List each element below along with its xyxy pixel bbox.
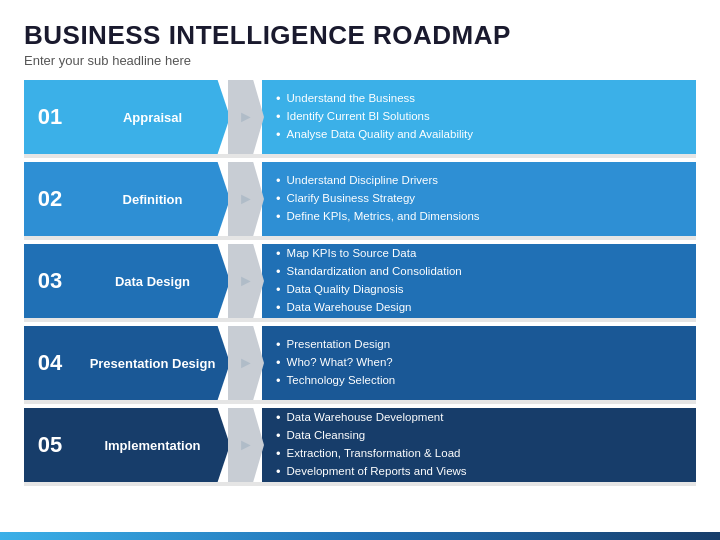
row-content-1: Understand the BusinessIdentify Current … [262, 80, 696, 154]
row-arrow-1: ► [228, 80, 264, 154]
arrow-icon: ► [238, 354, 254, 372]
sub-headline: Enter your sub headline here [24, 53, 696, 68]
row-number-5: 05 [24, 408, 76, 482]
row-wrapper-1: 01Appraisal►Understand the BusinessIdent… [24, 80, 696, 158]
row-label-wrap-3: Data Design [75, 244, 230, 318]
arrow-icon: ► [238, 190, 254, 208]
row-label-wrap-5: Implementation [75, 408, 230, 482]
roadmap-row-4: 04Presentation Design►Presentation Desig… [24, 326, 696, 400]
roadmap-row-1: 01Appraisal►Understand the BusinessIdent… [24, 80, 696, 154]
row-number-4: 04 [24, 326, 76, 400]
content-item-2-1: Understand Discipline Drivers [276, 172, 480, 190]
roadmap-row-5: 05Implementation►Data Warehouse Developm… [24, 408, 696, 482]
roadmap-row-3: 03Data Design►Map KPIs to Source DataSta… [24, 244, 696, 318]
row-number-3: 03 [24, 244, 76, 318]
content-item-2-3: Define KPIs, Metrics, and Dimensions [276, 208, 480, 226]
row-arrow-5: ► [228, 408, 264, 482]
row-label-wrap-4: Presentation Design [75, 326, 230, 400]
content-item-3-1: Map KPIs to Source Data [276, 245, 462, 263]
row-wrapper-5: 05Implementation►Data Warehouse Developm… [24, 408, 696, 486]
row-content-3: Map KPIs to Source DataStandardization a… [262, 244, 696, 318]
content-item-4-1: Presentation Design [276, 336, 395, 354]
content-item-4-2: Who? What? When? [276, 354, 395, 372]
row-content-4: Presentation DesignWho? What? When?Techn… [262, 326, 696, 400]
row-arrow-3: ► [228, 244, 264, 318]
row-content-2: Understand Discipline DriversClarify Bus… [262, 162, 696, 236]
slide: BUSINESS INTELLIGENCE ROADMAP Enter your… [0, 0, 720, 540]
row-wrapper-4: 04Presentation Design►Presentation Desig… [24, 326, 696, 404]
row-label-1: Appraisal [75, 80, 230, 154]
row-number-2: 02 [24, 162, 76, 236]
row-label-wrap-2: Definition [75, 162, 230, 236]
content-item-3-2: Standardization and Consolidation [276, 263, 462, 281]
row-wrapper-3: 03Data Design►Map KPIs to Source DataSta… [24, 244, 696, 322]
row-arrow-2: ► [228, 162, 264, 236]
row-arrow-4: ► [228, 326, 264, 400]
row-label-wrap-1: Appraisal [75, 80, 230, 154]
content-item-5-1: Data Warehouse Development [276, 409, 467, 427]
bottom-bar [0, 532, 720, 540]
content-item-1-3: Analyse Data Quality and Availability [276, 126, 473, 144]
content-item-1-1: Understand the Business [276, 90, 473, 108]
main-title: BUSINESS INTELLIGENCE ROADMAP [24, 20, 696, 51]
content-item-1-2: Identify Current BI Solutions [276, 108, 473, 126]
content-item-5-3: Extraction, Transformation & Load [276, 445, 467, 463]
content-item-3-3: Data Quality Diagnosis [276, 281, 462, 299]
row-label-3: Data Design [75, 244, 230, 318]
content-item-4-3: Technology Selection [276, 372, 395, 390]
arrow-icon: ► [238, 272, 254, 290]
row-wrapper-2: 02Definition►Understand Discipline Drive… [24, 162, 696, 240]
content-item-2-2: Clarify Business Strategy [276, 190, 480, 208]
content-item-5-4: Development of Reports and Views [276, 463, 467, 481]
rows-container: 01Appraisal►Understand the BusinessIdent… [24, 80, 696, 486]
content-item-3-4: Data Warehouse Design [276, 299, 462, 317]
arrow-icon: ► [238, 436, 254, 454]
row-number-1: 01 [24, 80, 76, 154]
content-item-5-2: Data Cleansing [276, 427, 467, 445]
arrow-icon: ► [238, 108, 254, 126]
roadmap-row-2: 02Definition►Understand Discipline Drive… [24, 162, 696, 236]
row-label-4: Presentation Design [75, 326, 230, 400]
row-label-5: Implementation [75, 408, 230, 482]
row-content-5: Data Warehouse DevelopmentData Cleansing… [262, 408, 696, 482]
row-label-2: Definition [75, 162, 230, 236]
